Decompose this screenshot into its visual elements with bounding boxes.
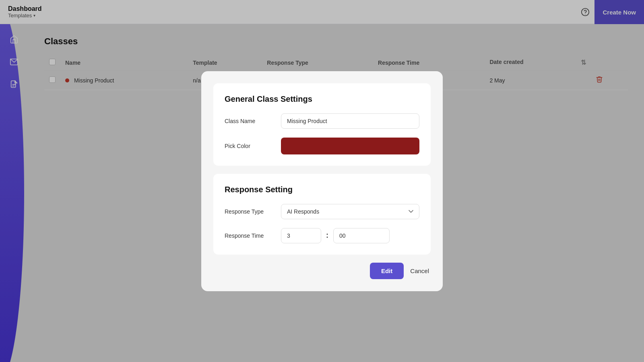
- color-picker-button[interactable]: [281, 138, 419, 154]
- general-section-title: General Class Settings: [225, 95, 419, 104]
- time-separator: :: [326, 231, 328, 240]
- response-section-title: Response Setting: [225, 185, 419, 194]
- response-setting-section: Response Setting Response Type AI Respon…: [213, 174, 431, 255]
- modal-overlay: General Class Settings Class Name Pick C…: [0, 0, 644, 362]
- edit-button[interactable]: Edit: [370, 263, 404, 279]
- class-name-label: Class Name: [225, 118, 281, 124]
- pick-color-row: Pick Color: [225, 138, 419, 154]
- response-time-hours-input[interactable]: [281, 228, 321, 243]
- general-settings-section: General Class Settings Class Name Pick C…: [213, 83, 431, 166]
- response-time-row: Response Time :: [225, 228, 419, 243]
- class-name-row: Class Name: [225, 113, 419, 129]
- pick-color-label: Pick Color: [225, 143, 281, 149]
- cancel-button[interactable]: Cancel: [410, 267, 429, 274]
- response-type-select[interactable]: AI Responds Human Responds No Response: [281, 204, 419, 219]
- modal-dialog: General Class Settings Class Name Pick C…: [201, 71, 443, 291]
- response-type-label: Response Type: [225, 208, 281, 215]
- response-time-label: Response Time: [225, 232, 281, 239]
- modal-footer: Edit Cancel: [213, 263, 431, 279]
- response-time-minutes-input[interactable]: [333, 228, 390, 243]
- response-time-inputs: :: [281, 228, 390, 243]
- response-type-row: Response Type AI Responds Human Responds…: [225, 204, 419, 219]
- class-name-input[interactable]: [281, 113, 419, 129]
